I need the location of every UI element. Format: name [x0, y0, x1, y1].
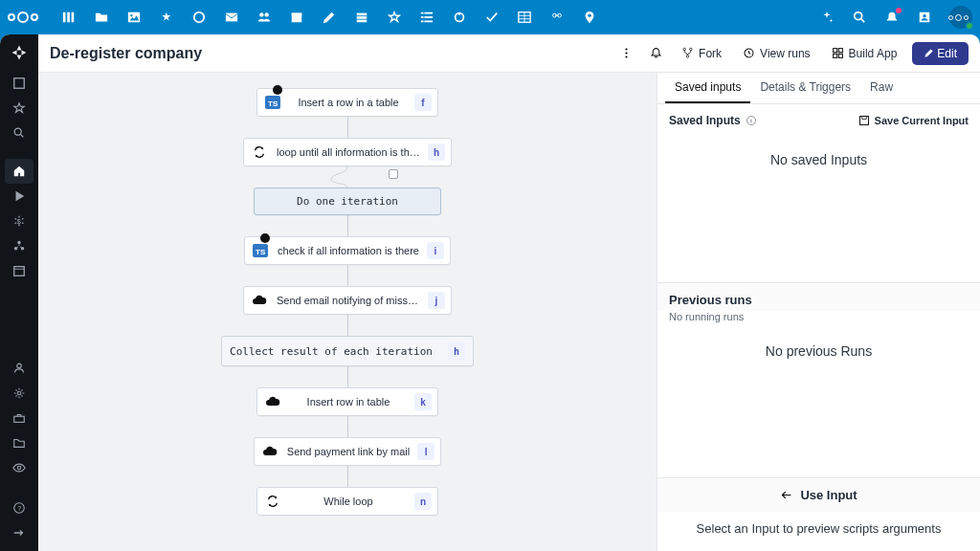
activity-icon[interactable] — [159, 10, 174, 25]
rail-help-icon[interactable]: ? — [5, 496, 33, 520]
node-insert-row[interactable]: TS Insert a row in a table f — [256, 88, 438, 117]
svg-point-33 — [923, 14, 926, 18]
use-input-button[interactable]: Use Input — [657, 477, 980, 512]
rail-settings-icon[interactable] — [5, 381, 33, 406]
svg-text:TS: TS — [268, 99, 278, 108]
view-runs-button[interactable]: View runs — [737, 43, 815, 64]
svg-point-29 — [588, 14, 591, 18]
tab-raw[interactable]: Raw — [860, 73, 902, 103]
nextcloud-logo[interactable] — [8, 11, 38, 23]
featured-icon[interactable] — [387, 10, 402, 25]
deck-icon[interactable] — [354, 10, 369, 25]
rail-toolbox-icon[interactable] — [5, 406, 33, 430]
svg-point-38 — [17, 241, 21, 245]
node-do-one-iteration[interactable]: Do one iteration — [254, 187, 441, 215]
fork-button[interactable]: Fork — [676, 43, 727, 64]
rail-view-icon[interactable] — [5, 455, 33, 480]
svg-point-8 — [264, 12, 268, 16]
contacts-icon[interactable] — [256, 10, 272, 25]
windmill-app-icon[interactable] — [452, 10, 467, 25]
rail-runs-icon[interactable] — [5, 184, 33, 209]
svg-point-50 — [626, 52, 628, 54]
svg-rect-3 — [128, 12, 140, 23]
typescript-icon: TS — [251, 243, 270, 258]
rail-schedules-icon[interactable] — [5, 258, 33, 283]
node-loop[interactable]: loop until all information is there h — [243, 138, 452, 166]
node-check-info[interactable]: TS check if all information is there i — [244, 236, 451, 265]
check-icon[interactable] — [484, 10, 500, 25]
tab-saved-inputs[interactable]: Saved inputs — [665, 73, 750, 103]
rail-collapse-icon[interactable] — [5, 520, 33, 545]
tab-details[interactable]: Details & Triggers — [750, 73, 860, 103]
nextcloud-topbar — [0, 0, 980, 34]
save-current-input-button[interactable]: Save Current Input — [858, 115, 969, 126]
svg-point-7 — [259, 12, 263, 16]
svg-rect-58 — [833, 54, 836, 57]
svg-rect-11 — [357, 13, 368, 16]
node-send-email[interactable]: Send email notifying of missing infor...… — [243, 286, 452, 315]
rail-resources-icon[interactable] — [5, 233, 33, 258]
notifications-icon[interactable] — [884, 10, 900, 25]
node-while-loop[interactable]: While loop n — [256, 487, 438, 516]
svg-text:i: i — [750, 118, 752, 123]
rail-vars-icon[interactable]: $ — [5, 209, 33, 233]
build-app-button[interactable]: Build App — [826, 43, 903, 64]
svg-rect-12 — [357, 16, 368, 19]
assistant-icon[interactable] — [819, 10, 835, 25]
left-rail: $ ? — [0, 34, 38, 551]
svg-point-21 — [458, 12, 461, 15]
svg-rect-45 — [14, 416, 25, 422]
tasks-list-icon[interactable] — [419, 10, 434, 25]
no-previous-runs-msg: No previous Runs — [657, 328, 980, 374]
user-avatar[interactable] — [949, 6, 972, 29]
more-menu-button[interactable] — [616, 43, 636, 63]
svg-point-43 — [17, 364, 21, 367]
svg-point-49 — [626, 48, 628, 50]
flow-canvas[interactable]: TS Insert a row in a table f loop until … — [38, 73, 657, 551]
rail-search-icon[interactable] — [5, 121, 33, 145]
svg-rect-17 — [424, 16, 433, 18]
save-icon — [858, 115, 870, 126]
saved-inputs-label: Saved Inputsi — [669, 114, 757, 127]
node-send-payment[interactable]: Send payment link by mail l — [254, 437, 441, 466]
cloud-icon — [250, 293, 269, 308]
notifications-button[interactable] — [646, 43, 666, 63]
rail-home-icon[interactable] — [5, 159, 33, 184]
svg-point-44 — [17, 391, 21, 395]
svg-point-35 — [14, 128, 21, 135]
rail-folders-icon[interactable] — [5, 430, 33, 455]
talk-icon[interactable] — [191, 10, 207, 25]
dashboard-icon[interactable] — [61, 10, 77, 25]
rail-star-icon[interactable] — [5, 96, 33, 121]
svg-rect-2 — [72, 12, 75, 23]
mail-icon[interactable] — [224, 10, 239, 25]
cloud-icon — [263, 394, 282, 409]
svg-rect-6 — [226, 13, 237, 22]
svg-rect-10 — [292, 13, 302, 16]
node-insert-row-2[interactable]: Insert row in table k — [256, 387, 438, 416]
svg-point-52 — [683, 48, 685, 50]
svg-rect-34 — [14, 78, 25, 89]
node-collect-result[interactable]: Collect result of each iterationh — [221, 336, 474, 366]
typescript-icon: TS — [263, 95, 282, 110]
rail-workers-icon[interactable] — [5, 356, 33, 381]
notes-icon[interactable] — [322, 10, 337, 25]
preview-hint: Select an Input to preview scripts argum… — [657, 512, 980, 551]
maps-icon[interactable] — [582, 10, 597, 25]
rail-workspace-icon[interactable] — [5, 71, 33, 96]
photos-icon[interactable] — [126, 10, 142, 25]
svg-point-51 — [626, 56, 628, 58]
link-icon[interactable] — [549, 10, 565, 25]
previous-runs-label: Previous runs — [657, 282, 980, 311]
windmill-logo[interactable] — [7, 40, 32, 65]
tables-icon[interactable] — [517, 10, 532, 25]
calendar-icon[interactable] — [289, 10, 304, 25]
search-icon[interactable] — [852, 10, 867, 25]
contacts-menu-icon[interactable] — [917, 10, 932, 25]
svg-rect-14 — [421, 12, 424, 14]
files-icon[interactable] — [94, 10, 109, 25]
svg-rect-13 — [357, 20, 368, 23]
svg-rect-16 — [421, 16, 424, 18]
side-tabs: Saved inputs Details & Triggers Raw — [657, 73, 980, 104]
edit-button[interactable]: Edit — [912, 42, 969, 65]
